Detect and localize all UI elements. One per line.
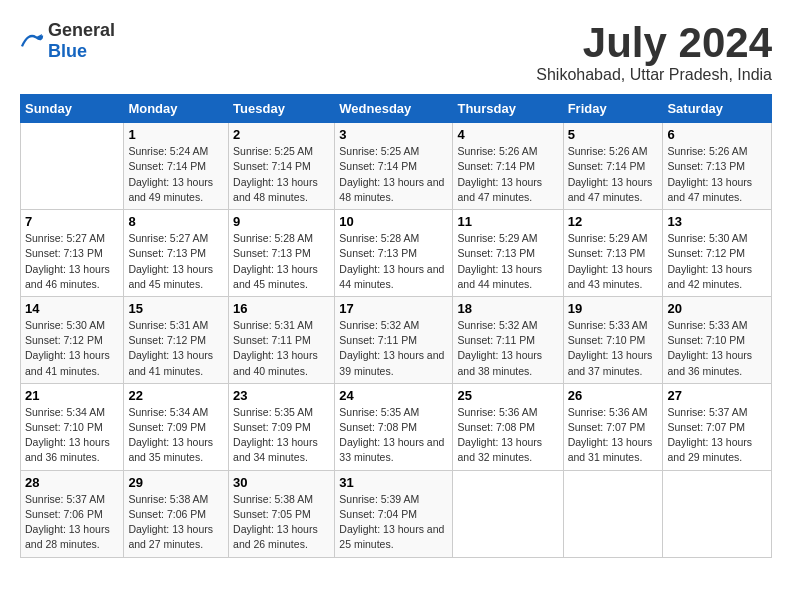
- day-cell: 10Sunrise: 5:28 AMSunset: 7:13 PMDayligh…: [335, 210, 453, 297]
- day-cell: 30Sunrise: 5:38 AMSunset: 7:05 PMDayligh…: [229, 470, 335, 557]
- day-info: Sunrise: 5:37 AMSunset: 7:06 PMDaylight:…: [25, 492, 119, 553]
- day-info: Sunrise: 5:36 AMSunset: 7:07 PMDaylight:…: [568, 405, 659, 466]
- day-number: 28: [25, 475, 119, 490]
- day-number: 22: [128, 388, 224, 403]
- day-cell: [21, 123, 124, 210]
- header-row: SundayMondayTuesdayWednesdayThursdayFrid…: [21, 95, 772, 123]
- day-cell: [663, 470, 772, 557]
- day-number: 5: [568, 127, 659, 142]
- day-info: Sunrise: 5:35 AMSunset: 7:09 PMDaylight:…: [233, 405, 330, 466]
- day-number: 10: [339, 214, 448, 229]
- day-number: 8: [128, 214, 224, 229]
- day-cell: 7Sunrise: 5:27 AMSunset: 7:13 PMDaylight…: [21, 210, 124, 297]
- day-number: 12: [568, 214, 659, 229]
- day-info: Sunrise: 5:28 AMSunset: 7:13 PMDaylight:…: [339, 231, 448, 292]
- day-cell: 20Sunrise: 5:33 AMSunset: 7:10 PMDayligh…: [663, 296, 772, 383]
- calendar-table: SundayMondayTuesdayWednesdayThursdayFrid…: [20, 94, 772, 557]
- day-info: Sunrise: 5:38 AMSunset: 7:06 PMDaylight:…: [128, 492, 224, 553]
- day-cell: 31Sunrise: 5:39 AMSunset: 7:04 PMDayligh…: [335, 470, 453, 557]
- col-header-friday: Friday: [563, 95, 663, 123]
- day-cell: 17Sunrise: 5:32 AMSunset: 7:11 PMDayligh…: [335, 296, 453, 383]
- day-cell: 14Sunrise: 5:30 AMSunset: 7:12 PMDayligh…: [21, 296, 124, 383]
- day-info: Sunrise: 5:35 AMSunset: 7:08 PMDaylight:…: [339, 405, 448, 466]
- day-info: Sunrise: 5:31 AMSunset: 7:11 PMDaylight:…: [233, 318, 330, 379]
- day-number: 29: [128, 475, 224, 490]
- col-header-thursday: Thursday: [453, 95, 563, 123]
- day-info: Sunrise: 5:31 AMSunset: 7:12 PMDaylight:…: [128, 318, 224, 379]
- day-cell: 28Sunrise: 5:37 AMSunset: 7:06 PMDayligh…: [21, 470, 124, 557]
- day-info: Sunrise: 5:25 AMSunset: 7:14 PMDaylight:…: [339, 144, 448, 205]
- day-cell: 12Sunrise: 5:29 AMSunset: 7:13 PMDayligh…: [563, 210, 663, 297]
- day-info: Sunrise: 5:26 AMSunset: 7:14 PMDaylight:…: [568, 144, 659, 205]
- day-cell: 26Sunrise: 5:36 AMSunset: 7:07 PMDayligh…: [563, 383, 663, 470]
- title-area: July 2024 Shikohabad, Uttar Pradesh, Ind…: [536, 20, 772, 84]
- day-number: 30: [233, 475, 330, 490]
- day-info: Sunrise: 5:24 AMSunset: 7:14 PMDaylight:…: [128, 144, 224, 205]
- day-cell: 18Sunrise: 5:32 AMSunset: 7:11 PMDayligh…: [453, 296, 563, 383]
- day-cell: 13Sunrise: 5:30 AMSunset: 7:12 PMDayligh…: [663, 210, 772, 297]
- day-cell: 8Sunrise: 5:27 AMSunset: 7:13 PMDaylight…: [124, 210, 229, 297]
- day-cell: 6Sunrise: 5:26 AMSunset: 7:13 PMDaylight…: [663, 123, 772, 210]
- day-info: Sunrise: 5:28 AMSunset: 7:13 PMDaylight:…: [233, 231, 330, 292]
- week-row-3: 14Sunrise: 5:30 AMSunset: 7:12 PMDayligh…: [21, 296, 772, 383]
- day-info: Sunrise: 5:33 AMSunset: 7:10 PMDaylight:…: [667, 318, 767, 379]
- day-info: Sunrise: 5:34 AMSunset: 7:10 PMDaylight:…: [25, 405, 119, 466]
- day-number: 25: [457, 388, 558, 403]
- day-cell: 1Sunrise: 5:24 AMSunset: 7:14 PMDaylight…: [124, 123, 229, 210]
- day-number: 21: [25, 388, 119, 403]
- week-row-2: 7Sunrise: 5:27 AMSunset: 7:13 PMDaylight…: [21, 210, 772, 297]
- day-info: Sunrise: 5:27 AMSunset: 7:13 PMDaylight:…: [128, 231, 224, 292]
- day-info: Sunrise: 5:29 AMSunset: 7:13 PMDaylight:…: [568, 231, 659, 292]
- day-cell: 24Sunrise: 5:35 AMSunset: 7:08 PMDayligh…: [335, 383, 453, 470]
- day-info: Sunrise: 5:25 AMSunset: 7:14 PMDaylight:…: [233, 144, 330, 205]
- day-number: 20: [667, 301, 767, 316]
- day-number: 24: [339, 388, 448, 403]
- day-number: 27: [667, 388, 767, 403]
- day-cell: 19Sunrise: 5:33 AMSunset: 7:10 PMDayligh…: [563, 296, 663, 383]
- col-header-monday: Monday: [124, 95, 229, 123]
- day-info: Sunrise: 5:32 AMSunset: 7:11 PMDaylight:…: [339, 318, 448, 379]
- day-number: 2: [233, 127, 330, 142]
- day-info: Sunrise: 5:33 AMSunset: 7:10 PMDaylight:…: [568, 318, 659, 379]
- col-header-tuesday: Tuesday: [229, 95, 335, 123]
- day-info: Sunrise: 5:32 AMSunset: 7:11 PMDaylight:…: [457, 318, 558, 379]
- day-number: 31: [339, 475, 448, 490]
- day-cell: 11Sunrise: 5:29 AMSunset: 7:13 PMDayligh…: [453, 210, 563, 297]
- day-number: 9: [233, 214, 330, 229]
- day-info: Sunrise: 5:27 AMSunset: 7:13 PMDaylight:…: [25, 231, 119, 292]
- day-cell: 2Sunrise: 5:25 AMSunset: 7:14 PMDaylight…: [229, 123, 335, 210]
- week-row-1: 1Sunrise: 5:24 AMSunset: 7:14 PMDaylight…: [21, 123, 772, 210]
- day-cell: 22Sunrise: 5:34 AMSunset: 7:09 PMDayligh…: [124, 383, 229, 470]
- week-row-5: 28Sunrise: 5:37 AMSunset: 7:06 PMDayligh…: [21, 470, 772, 557]
- logo-blue: Blue: [48, 41, 87, 61]
- day-number: 26: [568, 388, 659, 403]
- day-info: Sunrise: 5:30 AMSunset: 7:12 PMDaylight:…: [667, 231, 767, 292]
- day-info: Sunrise: 5:29 AMSunset: 7:13 PMDaylight:…: [457, 231, 558, 292]
- day-number: 23: [233, 388, 330, 403]
- day-number: 7: [25, 214, 119, 229]
- day-info: Sunrise: 5:36 AMSunset: 7:08 PMDaylight:…: [457, 405, 558, 466]
- col-header-wednesday: Wednesday: [335, 95, 453, 123]
- day-cell: 25Sunrise: 5:36 AMSunset: 7:08 PMDayligh…: [453, 383, 563, 470]
- subtitle: Shikohabad, Uttar Pradesh, India: [536, 66, 772, 84]
- day-cell: 3Sunrise: 5:25 AMSunset: 7:14 PMDaylight…: [335, 123, 453, 210]
- day-number: 17: [339, 301, 448, 316]
- day-info: Sunrise: 5:26 AMSunset: 7:13 PMDaylight:…: [667, 144, 767, 205]
- day-cell: 5Sunrise: 5:26 AMSunset: 7:14 PMDaylight…: [563, 123, 663, 210]
- day-number: 19: [568, 301, 659, 316]
- main-title: July 2024: [536, 20, 772, 66]
- day-cell: [563, 470, 663, 557]
- week-row-4: 21Sunrise: 5:34 AMSunset: 7:10 PMDayligh…: [21, 383, 772, 470]
- day-number: 1: [128, 127, 224, 142]
- day-cell: 16Sunrise: 5:31 AMSunset: 7:11 PMDayligh…: [229, 296, 335, 383]
- day-info: Sunrise: 5:37 AMSunset: 7:07 PMDaylight:…: [667, 405, 767, 466]
- header: General Blue July 2024 Shikohabad, Uttar…: [20, 20, 772, 84]
- day-number: 16: [233, 301, 330, 316]
- day-cell: [453, 470, 563, 557]
- day-cell: 9Sunrise: 5:28 AMSunset: 7:13 PMDaylight…: [229, 210, 335, 297]
- day-info: Sunrise: 5:30 AMSunset: 7:12 PMDaylight:…: [25, 318, 119, 379]
- day-number: 18: [457, 301, 558, 316]
- day-info: Sunrise: 5:34 AMSunset: 7:09 PMDaylight:…: [128, 405, 224, 466]
- day-info: Sunrise: 5:26 AMSunset: 7:14 PMDaylight:…: [457, 144, 558, 205]
- logo-text: General Blue: [48, 20, 115, 62]
